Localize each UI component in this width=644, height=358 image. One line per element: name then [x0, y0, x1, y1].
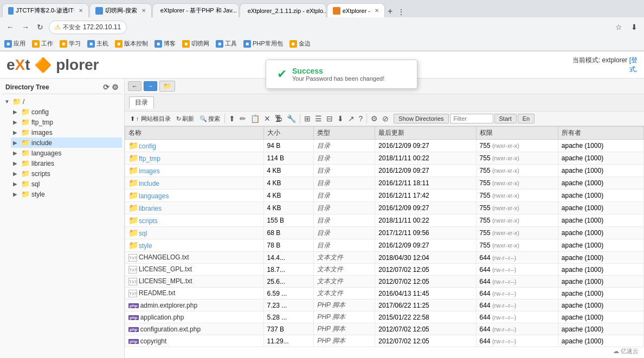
table-row[interactable]: TXTLICENSE_MPL.txt 25.6... 文本文件 2012/07/…: [125, 276, 644, 288]
bookmark-blog[interactable]: ■ 博客: [154, 40, 176, 48]
file-name[interactable]: scripts: [139, 217, 158, 225]
bookmark-host[interactable]: ■ 主机: [87, 40, 108, 48]
table-row[interactable]: 📁ftp_tmp 114 B 目录 2018/11/11 00:22 755 (…: [125, 152, 644, 165]
settings-icon-btn[interactable]: ⚙: [369, 113, 379, 124]
bookmark-study[interactable]: ■ 学习: [60, 40, 81, 48]
bookmark-vcs[interactable]: ■ 版本控制: [115, 40, 148, 48]
chmod-button[interactable]: 🔧: [285, 113, 298, 124]
file-name[interactable]: libraries: [139, 205, 162, 212]
file-name[interactable]: style: [139, 242, 152, 250]
root-dir-button[interactable]: ⬆ ↑ 网站根目录: [128, 114, 173, 124]
tab-4[interactable]: eXtplorer_2.1.11.zip - eXtplo... ✕: [240, 3, 326, 17]
file-name[interactable]: LICENSE_GPL.txt: [139, 265, 192, 273]
new-tab-button[interactable]: +: [385, 5, 395, 17]
bookmark-tools[interactable]: ■ 工具: [216, 40, 237, 48]
download-button[interactable]: ⬇: [336, 113, 345, 124]
file-name[interactable]: languages: [139, 192, 169, 200]
forward-button[interactable]: →: [20, 22, 31, 32]
download-btn[interactable]: ⬇: [629, 22, 640, 32]
tab-3[interactable]: eXtplorer - 基于PHP 和 Jav... ✕: [152, 3, 239, 17]
tree-item-include[interactable]: ▶ 📁 include: [11, 138, 122, 148]
tab-1[interactable]: JTCTF博客2.0-渗透IT技术文... ✕: [2, 3, 89, 17]
table-row[interactable]: phpadmin.extplorer.php 7.23 ... PHP 脚本 2…: [125, 300, 644, 311]
file-name[interactable]: images: [139, 167, 160, 175]
help-button[interactable]: ?: [357, 113, 365, 124]
bookmark-php[interactable]: ■ PHP常用包: [243, 40, 283, 48]
sidebar-settings-icon[interactable]: ⚙: [112, 83, 119, 92]
bookmark-apps[interactable]: ■ 应用: [4, 40, 25, 48]
table-row[interactable]: 📁scripts 155 B 目录 2018/11/11 00:22 755 (…: [125, 214, 644, 227]
tree-root[interactable]: ▼ 📁 /: [2, 96, 122, 107]
table-row[interactable]: TXTREADME.txt 6.59 ... 文本文件 2016/04/13 1…: [125, 288, 644, 300]
tree-item-images[interactable]: ▶ 📁 images: [11, 127, 122, 138]
refresh-button[interactable]: ↻: [35, 22, 46, 32]
table-row[interactable]: 📁languages 4 KB 目录 2016/12/11 17:42 755 …: [125, 190, 644, 202]
en-button[interactable]: En: [518, 114, 534, 123]
filter-input[interactable]: [450, 114, 493, 123]
file-name[interactable]: application.php: [140, 314, 184, 321]
copy-button[interactable]: 📋: [249, 113, 261, 124]
browser-menu-button[interactable]: ⋮: [395, 6, 407, 17]
security-warning[interactable]: ⚠ 不安全 172.20.10.11: [49, 21, 127, 34]
file-name[interactable]: ftp_tmp: [139, 155, 160, 162]
breadcrumb-directory-tab[interactable]: 目录: [129, 96, 154, 109]
bookmark-work[interactable]: ■ 工作: [32, 40, 53, 48]
start-button[interactable]: Start: [494, 114, 517, 123]
table-row[interactable]: phpcopyright 11.29... PHP 脚本 2012/07/02 …: [125, 335, 644, 347]
tree-item-ftp-tmp[interactable]: ▶ 📁 ftp_tmp: [11, 117, 122, 127]
tab-1-close[interactable]: ✕: [79, 8, 83, 14]
delete-button[interactable]: ✕: [262, 113, 272, 124]
nav-folder-button[interactable]: 📁: [159, 81, 175, 92]
file-name[interactable]: sql: [139, 230, 147, 237]
stop-button[interactable]: ⊘: [381, 113, 390, 124]
table-row[interactable]: phpapplication.php 5.28 ... PHP 脚本 2015/…: [125, 311, 644, 323]
table-row[interactable]: 📁style 78 B 目录 2016/12/09 09:27 755 (rwx…: [125, 239, 644, 252]
login-link[interactable]: [登式.: [629, 56, 637, 73]
tab-5-close[interactable]: ✕: [375, 8, 379, 14]
tree-item-scripts[interactable]: ▶ 📁 scripts: [11, 168, 122, 179]
tab-2-close[interactable]: ✕: [141, 8, 146, 14]
file-name[interactable]: README.txt: [139, 289, 175, 297]
table-row[interactable]: 📁libraries 4 KB 目录 2016/12/09 09:27 755 …: [125, 202, 644, 214]
file-name[interactable]: CHANGELOG.txt: [139, 253, 189, 261]
edit-button[interactable]: ✏: [238, 113, 248, 124]
sidebar-refresh-icon[interactable]: ⟳: [103, 83, 110, 92]
upload-button[interactable]: ⬆: [227, 113, 237, 124]
move-button[interactable]: ↗: [346, 113, 356, 124]
tab-2[interactable]: 叨唠网-搜索 ✕: [89, 3, 152, 17]
file-name[interactable]: include: [139, 180, 159, 187]
table-row[interactable]: TXTCHANGELOG.txt 14.4... 文本文件 2018/04/30…: [125, 252, 644, 264]
cell-owner: apache (1000): [558, 300, 643, 311]
table-row[interactable]: 📁config 94 B 目录 2016/12/09 09:27 755 (rw…: [125, 140, 644, 152]
bookmark-jinbian[interactable]: ■ 金边: [289, 40, 311, 48]
file-name[interactable]: configuration.ext.php: [140, 326, 201, 333]
table-row[interactable]: 📁sql 68 B 目录 2017/12/11 09:56 755 (rwxr-…: [125, 227, 644, 239]
bookmark-daolao[interactable]: ■ 叨唠网: [182, 40, 209, 48]
tree-item-libraries[interactable]: ▶ 📁 libraries: [11, 158, 122, 168]
show-directories-button[interactable]: Show Directories: [394, 114, 448, 123]
bookmark-star[interactable]: ☆: [613, 22, 624, 32]
table-row[interactable]: 📁images 4 KB 目录 2016/12/09 09:27 755 (rw…: [125, 165, 644, 177]
list-view-button[interactable]: ☰: [313, 113, 324, 124]
tab-5[interactable]: eXtplorer - ✕: [327, 3, 385, 17]
file-name[interactable]: admin.extplorer.php: [140, 302, 197, 309]
tree-item-languages[interactable]: ▶ 📁 languages: [11, 148, 122, 158]
back-button[interactable]: ←: [4, 22, 16, 32]
tree-item-sql[interactable]: ▶ 📁 sql: [11, 179, 122, 189]
archive-button[interactable]: 🗜: [273, 113, 284, 124]
nav-back-button[interactable]: ←: [128, 81, 141, 91]
search-button[interactable]: 🔍 搜索: [197, 114, 222, 124]
table-row[interactable]: 📁include 4 KB 目录 2016/12/11 18:11 755 (r…: [125, 177, 644, 190]
grid-view-button[interactable]: ⊞: [302, 113, 312, 124]
nav-forward-button[interactable]: →: [144, 81, 157, 91]
details-view-button[interactable]: ⊟: [325, 113, 334, 124]
cell-size: 14.4...: [263, 252, 314, 264]
table-row[interactable]: phpconfiguration.ext.php 737 B PHP 脚本 20…: [125, 323, 644, 335]
table-row[interactable]: TXTLICENSE_GPL.txt 18.7... 文本文件 2012/07/…: [125, 264, 644, 276]
tree-item-config[interactable]: ▶ 📁 config: [11, 107, 122, 117]
file-name[interactable]: copyright: [140, 337, 167, 345]
tree-item-style[interactable]: ▶ 📁 style: [11, 189, 122, 199]
refresh-button[interactable]: ↻ 刷新: [174, 114, 196, 124]
file-name[interactable]: config: [139, 142, 156, 150]
file-name[interactable]: LICENSE_MPL.txt: [139, 277, 192, 285]
